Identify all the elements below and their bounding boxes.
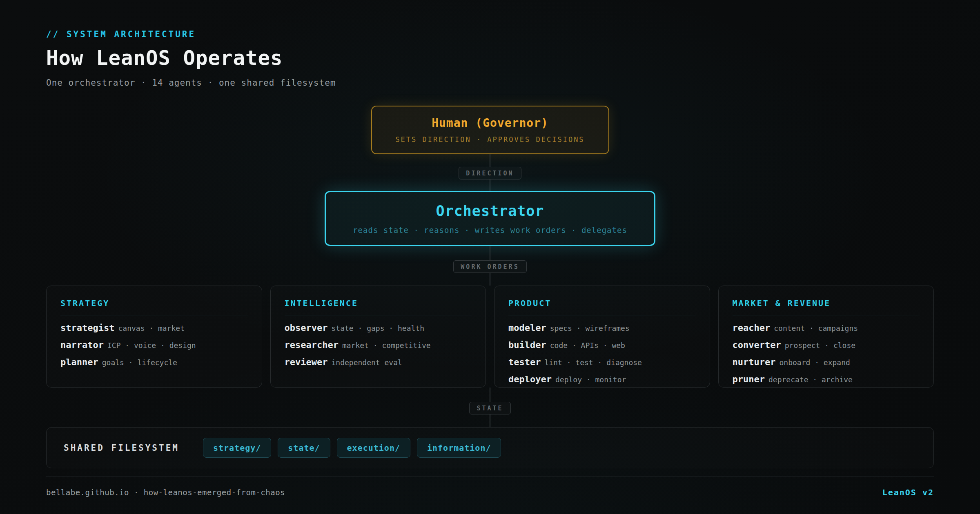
- agent-row: buildercode · APIs · web: [508, 341, 696, 350]
- agent-name: observer: [285, 323, 328, 333]
- agent-group-card-intelligence: INTELLIGENCE observerstate · gaps · heal…: [270, 286, 486, 388]
- governor-box: Human (Governor) SETS DIRECTION · APPROV…: [371, 106, 609, 154]
- page-subtitle: One orchestrator · 14 agents · one share…: [46, 78, 934, 88]
- agent-name: reacher: [733, 323, 771, 333]
- folder-chip-state: state/: [278, 438, 330, 458]
- agent-name: strategist: [60, 323, 114, 333]
- leanos-architecture-page: // SYSTEM ARCHITECTURE How LeanOS Operat…: [0, 0, 980, 514]
- folder-chip-information: information/: [417, 438, 501, 458]
- orchestrator-box: Orchestrator reads state · reasons · wri…: [325, 191, 655, 246]
- agent-detail: canvas · market: [118, 324, 185, 332]
- footer-version: LeanOS v2: [882, 487, 934, 497]
- agent-detail: onboard · expand: [779, 358, 850, 367]
- connector-line: [490, 414, 490, 427]
- agent-detail: content · campaigns: [774, 324, 858, 332]
- agent-name: researcher: [285, 340, 339, 350]
- page-title: How LeanOS Operates: [46, 47, 934, 70]
- connector-line: [490, 154, 490, 167]
- agent-group-card-product: PRODUCT modelerspecs · wireframes builde…: [494, 286, 710, 388]
- agent-row: observerstate · gaps · health: [285, 324, 472, 332]
- agent-row: nurtureronboard · expand: [733, 358, 920, 367]
- connector-line: [490, 179, 490, 191]
- group-divider: [285, 315, 472, 315]
- agent-name: tester: [508, 357, 541, 367]
- agent-detail: deploy · monitor: [555, 375, 626, 384]
- agent-group-card-strategy: STRATEGY strategistcanvas · market narra…: [46, 286, 262, 388]
- agent-detail: prospect · close: [785, 341, 855, 350]
- group-divider: [60, 315, 248, 315]
- footer-source: bellabe.github.io · how-leanos-emerged-f…: [46, 488, 285, 497]
- agent-detail: deprecate · archive: [768, 375, 853, 384]
- agent-row: plannergoals · lifecycle: [60, 358, 248, 367]
- folder-chip-execution: execution/: [337, 438, 410, 458]
- eyebrow-label: // SYSTEM ARCHITECTURE: [46, 29, 934, 39]
- agent-name: narrator: [60, 340, 104, 350]
- group-divider: [733, 315, 920, 315]
- shared-filesystem-bar: SHARED FILESYSTEM strategy/ state/ execu…: [46, 427, 934, 468]
- agent-row: testerlint · test · diagnose: [508, 358, 696, 367]
- agent-name: deployer: [508, 374, 552, 384]
- orchestrator-subtitle: reads state · reasons · writes work orde…: [353, 226, 627, 235]
- agent-row: researchermarket · competitive: [285, 341, 472, 350]
- agent-row: converterprospect · close: [733, 341, 920, 350]
- agent-name: planner: [60, 357, 98, 367]
- group-title: STRATEGY: [60, 298, 248, 308]
- flow-chip-work-orders: WORK ORDERS: [453, 260, 526, 273]
- agent-group-card-market-revenue: MARKET & REVENUE reachercontent · campai…: [718, 286, 934, 388]
- agent-detail: ICP · voice · design: [107, 341, 196, 350]
- agent-name: modeler: [508, 323, 546, 333]
- header: // SYSTEM ARCHITECTURE How LeanOS Operat…: [46, 0, 934, 88]
- agent-row: narratorICP · voice · design: [60, 341, 248, 350]
- flow-chip-direction: DIRECTION: [459, 167, 521, 179]
- agent-detail: lint · test · diagnose: [544, 358, 641, 367]
- agent-detail: goals · lifecycle: [102, 358, 177, 367]
- footer: bellabe.github.io · how-leanos-emerged-f…: [46, 476, 934, 497]
- agent-row: reachercontent · campaigns: [733, 324, 920, 332]
- group-title: INTELLIGENCE: [285, 298, 472, 308]
- agent-name: pruner: [733, 374, 765, 384]
- agent-name: converter: [733, 340, 781, 350]
- agent-detail: code · APIs · web: [550, 341, 625, 350]
- governor-subtitle: SETS DIRECTION · APPROVES DECISIONS: [395, 135, 584, 144]
- agent-name: reviewer: [285, 357, 328, 367]
- agent-row: prunerdeprecate · archive: [733, 375, 920, 384]
- agent-name: builder: [508, 340, 546, 350]
- agent-row: strategistcanvas · market: [60, 324, 248, 332]
- architecture-diagram: Human (Governor) SETS DIRECTION · APPROV…: [46, 106, 934, 468]
- agent-row: deployerdeploy · monitor: [508, 375, 696, 384]
- agent-detail: independent eval: [331, 358, 402, 367]
- connector-line: [490, 246, 490, 260]
- shared-filesystem-label: SHARED FILESYSTEM: [64, 443, 179, 453]
- agent-name: nurturer: [733, 357, 776, 367]
- agent-detail: state · gaps · health: [331, 324, 424, 332]
- agent-detail: specs · wireframes: [550, 324, 630, 332]
- group-divider: [508, 315, 696, 315]
- governor-title: Human (Governor): [432, 116, 548, 130]
- orchestrator-title: Orchestrator: [436, 203, 544, 219]
- connector-line: [490, 388, 490, 402]
- flow-chip-state: STATE: [469, 402, 510, 414]
- agent-row: reviewerindependent eval: [285, 358, 472, 367]
- agent-group-row: STRATEGY strategistcanvas · market narra…: [46, 286, 934, 388]
- group-title: PRODUCT: [508, 298, 696, 308]
- agent-detail: market · competitive: [342, 341, 431, 350]
- connector-line: [490, 273, 490, 286]
- folder-chip-strategy: strategy/: [203, 438, 271, 458]
- agent-row: modelerspecs · wireframes: [508, 324, 696, 332]
- group-title: MARKET & REVENUE: [733, 298, 920, 308]
